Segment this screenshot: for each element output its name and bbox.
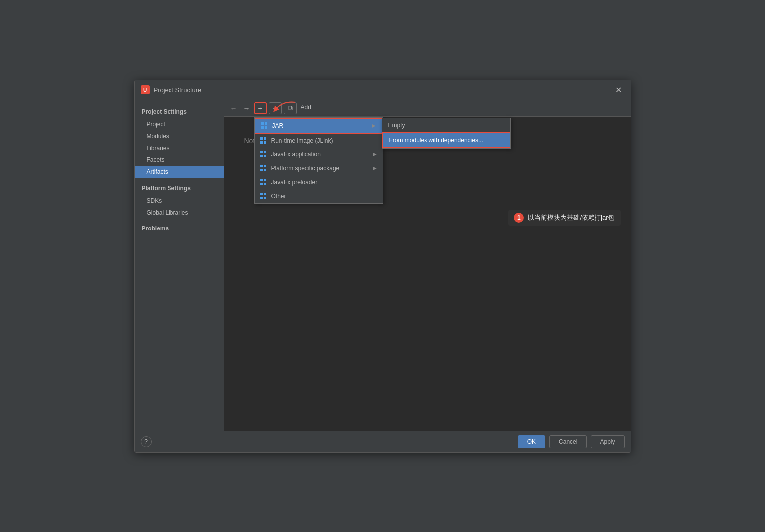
tooltip-text: 以当前模块为基础/依赖打jar包 [528,213,614,222]
dropdown-item-other[interactable]: Other [255,189,383,203]
apply-button[interactable]: Apply [591,435,624,448]
ok-button[interactable]: OK [518,435,545,448]
nav-back[interactable]: ← [228,104,239,112]
preloader-label: JavaFx preloader [271,179,318,186]
jlink-label: Run-time image (JLink) [271,137,333,144]
submenu-item-from-modules[interactable]: From modules with dependencies... [382,132,510,148]
javafx-icon [260,151,267,158]
title-bar: U Project Structure ✕ [135,80,631,100]
javafx-label: JavaFx application [271,151,321,158]
platform-settings-header: Platform Settings [135,182,224,195]
content-area: Project Settings Project Modules Librari… [135,100,631,431]
sidebar-item-project[interactable]: Project [135,118,224,130]
jar-label: JAR [272,122,284,129]
dropdown-menu: JAR ▶ Empty From modules with dependenci… [254,117,383,204]
footer: ? OK Cancel Apply [135,431,631,452]
add-button[interactable]: + [254,102,267,114]
sidebar-item-sdks[interactable]: SDKs [135,195,224,207]
app-icon: U [141,85,150,94]
help-button[interactable]: ? [141,436,152,447]
other-icon [260,193,267,200]
sidebar-item-libraries[interactable]: Libraries [135,142,224,154]
project-structure-dialog: U Project Structure ✕ Project Settings P… [134,80,631,453]
sidebar-item-facets[interactable]: Facets [135,154,224,166]
sidebar-item-global-libraries[interactable]: Global Libraries [135,207,224,219]
toolbar-add-container: + Add [254,102,267,114]
platform-label: Platform specific package [271,165,340,172]
platform-icon [260,165,267,172]
submenu-item-empty[interactable]: Empty [382,118,510,132]
dialog-title: Project Structure [154,86,202,94]
jar-submenu: Empty From modules with dependencies... [382,118,511,149]
project-settings-header: Project Settings [135,105,224,118]
close-button[interactable]: ✕ [612,84,625,96]
dropdown-item-platform[interactable]: Platform specific package ▶ [255,161,383,175]
title-bar-left: U Project Structure [141,85,202,94]
preloader-icon [260,179,267,186]
jar-icon [261,122,268,129]
tooltip-number: 1 [514,213,524,223]
add-arrow-annotation: Add [273,100,311,115]
sidebar-item-problems[interactable]: Problems [135,223,224,234]
other-label: Other [271,193,286,200]
sidebar-item-modules[interactable]: Modules [135,130,224,142]
sidebar: Project Settings Project Modules Librari… [135,100,224,431]
dropdown-item-jar[interactable]: JAR ▶ Empty From modules with dependenci… [255,118,383,134]
jar-chevron: ▶ [372,123,376,128]
javafx-chevron: ▶ [373,152,377,157]
footer-buttons: OK Cancel Apply [518,435,625,448]
nav-forward[interactable]: → [241,104,252,112]
main-area: ← → + [224,100,631,431]
dropdown-item-preloader[interactable]: JavaFx preloader [255,175,383,189]
sidebar-item-artifacts[interactable]: Artifacts [135,166,224,178]
platform-chevron: ▶ [373,165,377,171]
tooltip-annotation: 1 以当前模块为基础/依赖打jar包 [508,210,620,226]
cancel-button[interactable]: Cancel [549,435,587,448]
dropdown-item-jlink[interactable]: Run-time image (JLink) [255,134,383,148]
add-label: Add [301,104,311,111]
dropdown-item-javafx[interactable]: JavaFx application ▶ [255,148,383,161]
jlink-icon [260,137,267,144]
